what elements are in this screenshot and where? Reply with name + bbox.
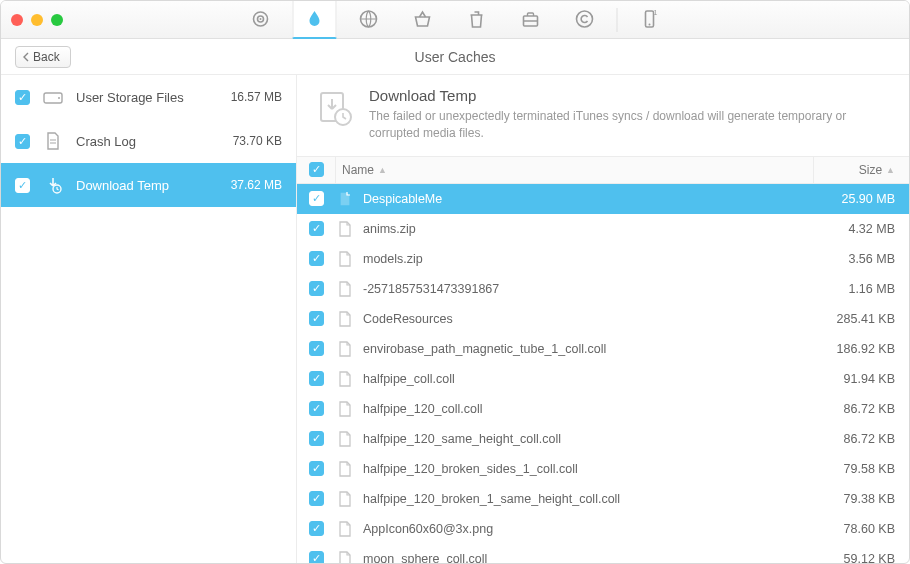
file-row[interactable]: ✓models.zip3.56 MB (297, 244, 909, 274)
file-size: 79.58 KB (813, 462, 909, 476)
file-icon (338, 311, 352, 327)
sidebar-item-crash-log[interactable]: ✓Crash Log73.70 KB (1, 119, 296, 163)
toolbar-basket-button[interactable] (401, 1, 445, 39)
file-checkbox[interactable]: ✓ (309, 491, 324, 506)
category-header: Download Temp The failed or unexpectedly… (297, 75, 909, 156)
close-window-button[interactable] (11, 14, 23, 26)
file-name: AppIcon60x60@3x.png (363, 522, 813, 536)
file-name: halfpipe_120_broken_1_same_height_coll.c… (363, 492, 813, 506)
back-button[interactable]: Back (15, 46, 71, 68)
file-size: 79.38 KB (813, 492, 909, 506)
svg-point-7 (649, 23, 651, 25)
file-name: -2571857531473391867 (363, 282, 813, 296)
main-area: ✓User Storage Files16.57 MB✓Crash Log73.… (1, 75, 909, 563)
file-size: 4.32 MB (813, 222, 909, 236)
zoom-window-button[interactable] (51, 14, 63, 26)
file-checkbox[interactable]: ✓ (309, 551, 324, 563)
sidebar-checkbox[interactable]: ✓ (15, 134, 30, 149)
svg-text:1: 1 (654, 9, 658, 16)
sidebar-item-label: Download Temp (76, 178, 169, 193)
file-size: 186.92 KB (813, 342, 909, 356)
file-row[interactable]: ✓AppIcon60x60@3x.png78.60 KB (297, 514, 909, 544)
column-header-name[interactable]: Name ▲ (335, 157, 813, 183)
file-icon (338, 281, 352, 297)
file-name: envirobase_path_magnetic_tube_1_coll.col… (363, 342, 813, 356)
phone-icon: 1 (640, 9, 660, 29)
sidebar-checkbox[interactable]: ✓ (15, 178, 30, 193)
toolbar-globe-button[interactable] (347, 1, 391, 39)
download-icon (42, 176, 64, 194)
file-checkbox[interactable]: ✓ (309, 191, 324, 206)
toolbar-brush-button[interactable] (293, 1, 337, 39)
file-row[interactable]: ✓halfpipe_120_broken_sides_1_coll.coll79… (297, 454, 909, 484)
file-checkbox[interactable]: ✓ (309, 311, 324, 326)
toolbar-target-button[interactable] (239, 1, 283, 39)
toolbar-trash-button[interactable] (455, 1, 499, 39)
file-name: halfpipe_120_same_height_coll.coll (363, 432, 813, 446)
basket-icon (413, 9, 433, 29)
file-checkbox[interactable]: ✓ (309, 281, 324, 296)
svg-point-5 (577, 11, 593, 27)
file-row[interactable]: ✓CodeResources285.41 KB (297, 304, 909, 334)
file-row[interactable]: ✓moon_sphere_coll.coll59.12 KB (297, 544, 909, 563)
file-size: 59.12 KB (813, 552, 909, 563)
file-size: 78.60 KB (813, 522, 909, 536)
sidebar-item-label: User Storage Files (76, 90, 184, 105)
file-row[interactable]: ✓halfpipe_120_coll.coll86.72 KB (297, 394, 909, 424)
toolbar-briefcase-button[interactable] (509, 1, 553, 39)
sidebar-item-user-storage-files[interactable]: ✓User Storage Files16.57 MB (1, 75, 296, 119)
category-header-text: Download Temp The failed or unexpectedly… (369, 87, 891, 142)
file-row[interactable]: ✓halfpipe_120_same_height_coll.coll86.72… (297, 424, 909, 454)
content-pane: Download Temp The failed or unexpectedly… (297, 75, 909, 563)
globe-icon (359, 9, 379, 29)
file-name: CodeResources (363, 312, 813, 326)
minimize-window-button[interactable] (31, 14, 43, 26)
file-checkbox[interactable]: ✓ (309, 461, 324, 476)
file-row[interactable]: ✓DespicableMe25.90 MB (297, 184, 909, 214)
file-row[interactable]: ✓envirobase_path_magnetic_tube_1_coll.co… (297, 334, 909, 364)
file-size: 91.94 KB (813, 372, 909, 386)
file-list[interactable]: ✓DespicableMe25.90 MB✓anims.zip4.32 MB✓m… (297, 184, 909, 563)
doc-icon (42, 132, 64, 150)
file-checkbox[interactable]: ✓ (309, 401, 324, 416)
file-size: 1.16 MB (813, 282, 909, 296)
sidebar-checkbox[interactable]: ✓ (15, 90, 30, 105)
file-icon (338, 431, 352, 447)
file-row[interactable]: ✓anims.zip4.32 MB (297, 214, 909, 244)
file-name: DespicableMe (363, 192, 813, 206)
target-icon (251, 9, 271, 29)
file-checkbox[interactable]: ✓ (309, 221, 324, 236)
column-header-size[interactable]: Size ▲ (813, 157, 909, 183)
file-icon (338, 251, 352, 267)
sidebar-item-label: Crash Log (76, 134, 136, 149)
file-icon (338, 401, 352, 417)
file-checkbox[interactable]: ✓ (309, 521, 324, 536)
file-checkbox[interactable]: ✓ (309, 341, 324, 356)
file-name: halfpipe_120_coll.coll (363, 402, 813, 416)
file-checkbox[interactable]: ✓ (309, 251, 324, 266)
sidebar-item-size: 37.62 MB (231, 178, 282, 192)
file-icon (338, 461, 352, 477)
download-temp-icon (315, 87, 355, 131)
file-icon (338, 341, 352, 357)
file-row[interactable]: ✓halfpipe_120_broken_1_same_height_coll.… (297, 484, 909, 514)
file-icon (338, 551, 352, 563)
app-window: 1 Back User Caches ✓User Storage Files16… (0, 0, 910, 564)
file-size: 3.56 MB (813, 252, 909, 266)
toolbar-circle-c-button[interactable] (563, 1, 607, 39)
file-row[interactable]: ✓-25718575314733918671.16 MB (297, 274, 909, 304)
file-row[interactable]: ✓halfpipe_coll.coll91.94 KB (297, 364, 909, 394)
select-all-checkbox[interactable]: ✓ (309, 162, 324, 177)
file-checkbox[interactable]: ✓ (309, 371, 324, 386)
sub-toolbar: Back User Caches (1, 39, 909, 75)
toolbar-phone-button[interactable]: 1 (628, 1, 672, 39)
category-title: Download Temp (369, 87, 891, 104)
file-size: 86.72 KB (813, 432, 909, 446)
file-icon (338, 191, 352, 207)
svg-point-2 (260, 18, 262, 20)
sidebar-item-download-temp[interactable]: ✓Download Temp37.62 MB (1, 163, 296, 207)
file-checkbox[interactable]: ✓ (309, 431, 324, 446)
file-icon (338, 491, 352, 507)
main-toolbar: 1 (239, 1, 672, 39)
briefcase-icon (521, 9, 541, 29)
